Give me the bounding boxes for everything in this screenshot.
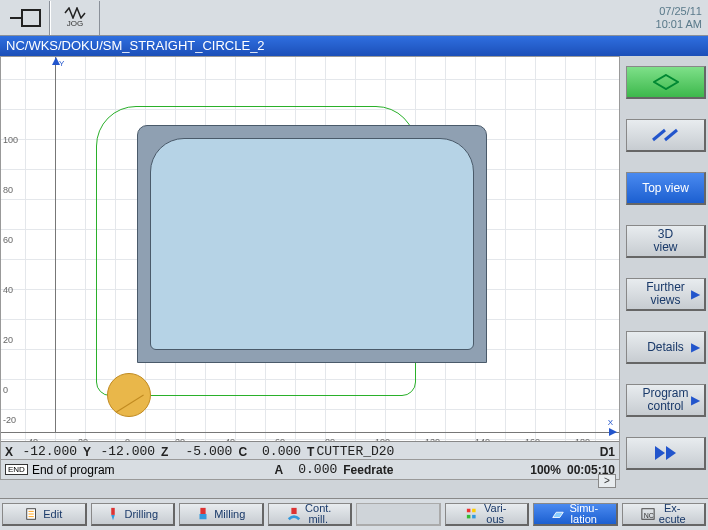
- further-views-button[interactable]: Further views▶: [626, 278, 706, 311]
- c-value: 0.000: [247, 444, 307, 459]
- scroll-right-button[interactable]: >: [598, 474, 616, 488]
- t-label: T: [307, 445, 314, 459]
- jog-label: JOG: [67, 19, 83, 28]
- edit-button[interactable]: Edit: [2, 503, 87, 526]
- end-message: End of program: [32, 463, 115, 477]
- drill-icon: [106, 507, 120, 521]
- svg-line-0: [653, 130, 665, 140]
- x-value: -12.000: [13, 444, 83, 459]
- machine-mode-icon[interactable]: [0, 1, 50, 35]
- end-tag: END: [5, 464, 28, 475]
- milling-button[interactable]: Milling: [179, 503, 264, 526]
- program-status-row: END End of program A 0.000 Feedrate 100%…: [1, 459, 619, 479]
- y-tick: 40: [3, 285, 13, 295]
- mill-icon: [196, 507, 210, 521]
- svg-line-1: [665, 130, 677, 140]
- z-label: Z: [161, 445, 168, 459]
- execute-button[interactable]: NC Ex- ecute: [622, 503, 707, 526]
- nc-icon: NC: [641, 507, 655, 521]
- cutter-icon: [107, 373, 151, 417]
- top-bar: JOG 07/25/11 10:01 AM: [0, 0, 708, 36]
- blank-softkey: [356, 503, 441, 526]
- svg-rect-10: [467, 509, 471, 513]
- stock-shape: [137, 125, 487, 363]
- edit-icon: [25, 507, 39, 521]
- svg-rect-6: [112, 508, 116, 515]
- feed-label: Feedrate: [343, 463, 393, 477]
- horizontal-softkeys: Edit Drilling Milling Cont. mill. Vari- …: [0, 498, 708, 530]
- parallel-lines-icon: [651, 128, 681, 142]
- svg-rect-13: [472, 515, 476, 519]
- y-axis-letter: Y: [59, 59, 64, 68]
- details-button[interactable]: Details▶: [626, 331, 706, 364]
- x-axis: [1, 432, 619, 433]
- fast-forward-button[interactable]: [626, 437, 706, 470]
- d-label: D1: [600, 445, 615, 459]
- various-icon: [466, 507, 480, 521]
- x-label: X: [5, 445, 13, 459]
- c-label: C: [238, 445, 247, 459]
- date: 07/25/11: [656, 5, 702, 18]
- contour-mill-icon: [287, 507, 301, 521]
- chevron-right-icon: ▶: [691, 288, 700, 301]
- simulation-button[interactable]: Simu- lation: [533, 503, 618, 526]
- finished-contour: [150, 138, 474, 350]
- chevron-right-icon: ▶: [691, 341, 700, 354]
- chevron-right-icon: ▶: [691, 394, 700, 407]
- program-control-button[interactable]: Program control▶: [626, 384, 706, 417]
- y-tick: -20: [3, 415, 16, 425]
- y-tick: 20: [3, 335, 13, 345]
- a-value: 0.000: [283, 462, 343, 477]
- top-view-button[interactable]: Top view: [626, 172, 706, 205]
- z-value: -5.000: [168, 444, 238, 459]
- diamond-icon: [653, 74, 679, 90]
- y-label: Y: [83, 445, 91, 459]
- contour-mill-button[interactable]: Cont. mill.: [268, 503, 353, 526]
- override: 100%: [530, 463, 561, 477]
- svg-text:NC: NC: [643, 512, 653, 519]
- program-path: NC/WKS/DOKU/SM_STRAIGHT_CIRCLE_2: [0, 36, 708, 56]
- parallel-view-button[interactable]: [626, 119, 706, 152]
- svg-rect-7: [201, 508, 206, 514]
- y-axis: [55, 57, 56, 433]
- axis-readout-row: X -12.000 Y -12.000 Z -5.000 C 0.000 T C…: [1, 441, 619, 461]
- tool-name: CUTTER_D20: [314, 444, 400, 459]
- y-tick: 80: [3, 185, 13, 195]
- x-arrow-icon: [609, 428, 617, 436]
- 3d-view-button[interactable]: 3D view: [626, 225, 706, 258]
- simulation-icon: [551, 507, 565, 521]
- y-value: -12.000: [91, 444, 161, 459]
- simulation-viewport[interactable]: Y X 100 80 60 40 20 0 -20 -40 -20 0 20 4…: [0, 56, 620, 480]
- fast-forward-icon: [655, 446, 676, 460]
- jog-mode-button[interactable]: JOG: [50, 1, 100, 35]
- various-button[interactable]: Vari- ous: [445, 503, 530, 526]
- clock: 07/25/11 10:01 AM: [656, 5, 708, 31]
- time: 10:01 AM: [656, 18, 702, 31]
- vertical-softkeys: Top view 3D view Further views▶ Details▶…: [620, 56, 708, 480]
- y-tick: 60: [3, 235, 13, 245]
- y-tick: 0: [3, 385, 8, 395]
- cycle-start-button[interactable]: [626, 66, 706, 99]
- main-area: Y X 100 80 60 40 20 0 -20 -40 -20 0 20 4…: [0, 56, 708, 480]
- y-tick: 100: [3, 135, 18, 145]
- a-label: A: [275, 463, 284, 477]
- drilling-button[interactable]: Drilling: [91, 503, 176, 526]
- svg-rect-8: [200, 514, 207, 519]
- svg-rect-9: [291, 508, 296, 514]
- svg-rect-11: [467, 515, 471, 519]
- x-axis-letter: X: [608, 418, 613, 427]
- svg-rect-12: [472, 509, 476, 513]
